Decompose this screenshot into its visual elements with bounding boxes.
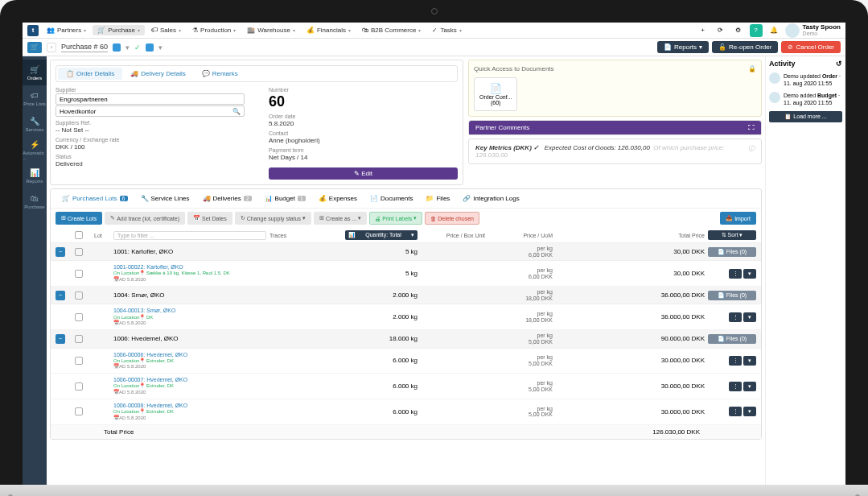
row-menu-icon[interactable]: ⋮: [729, 269, 742, 279]
partner-comments-card: Partner Comments ⛶: [468, 120, 762, 135]
history-icon[interactable]: ↺: [836, 60, 842, 68]
info-icon[interactable]: ⓘ: [748, 144, 755, 159]
nav-partners[interactable]: 👥Partners▾: [42, 25, 91, 35]
row-dropdown-icon[interactable]: ▾: [743, 312, 756, 322]
supplier-input[interactable]: Engrospartneren: [56, 93, 245, 105]
row-dropdown-icon[interactable]: ▾: [743, 407, 756, 416]
row-checkbox[interactable]: [75, 270, 83, 278]
row-dropdown-icon[interactable]: ▾: [743, 356, 756, 366]
lot-checkbox[interactable]: [75, 335, 83, 343]
lot-checkbox[interactable]: [75, 248, 83, 256]
change-status-button[interactable]: ↻ Change supply status ▾: [235, 212, 311, 225]
breadcrumb: 🛒 › Purchase # 60 ▾ ✓ ▾ 📄 Reports ▾ 🔓 Re…: [23, 39, 845, 56]
delete-chosen-button[interactable]: 🗑 Delete chosen: [425, 212, 479, 225]
lot-group-header: − 1006: Hvedemel, ØKO 18.000 kg per kg5,…: [51, 330, 761, 348]
reopen-button[interactable]: 🔓 Re-open Order: [712, 41, 778, 53]
nav-sales[interactable]: 🏷Sales▾: [146, 25, 186, 35]
activity-item: Demo updated Order · 11. aug 2020 11:55: [769, 72, 842, 87]
create-as-button[interactable]: ⊞ Create as ... ▾: [314, 212, 367, 225]
lot-row: 1006-00007: Hvedemel, ØKO On Location📍 E…: [51, 374, 761, 399]
lot-row: 1006-00008: Hvedemel, ØKO On Location📍 E…: [51, 399, 761, 425]
avatar: [785, 23, 800, 38]
collapse-icon[interactable]: −: [56, 334, 65, 344]
add-trace-button[interactable]: ✎ Add trace (lot, certificate): [105, 212, 185, 225]
subtab-budget[interactable]: 📊Budget1: [258, 192, 312, 205]
partner-comments-header[interactable]: Partner Comments ⛶: [469, 121, 761, 134]
supplier-loc-input[interactable]: Hovedkontor🔍: [56, 105, 245, 117]
row-checkbox[interactable]: [75, 382, 83, 391]
subtab-service-lines[interactable]: 🔧Service Lines: [134, 192, 196, 205]
back-icon[interactable]: ›: [47, 43, 56, 52]
row-menu-icon[interactable]: ⋮: [729, 356, 742, 366]
nav-warehouse[interactable]: 🏬Warehouse▾: [242, 25, 300, 35]
lock-icon: 🔒: [748, 65, 756, 72]
row-menu-icon[interactable]: ⋮: [729, 312, 742, 322]
row-dropdown-icon[interactable]: ▾: [743, 269, 756, 279]
check-icon: ✓: [134, 43, 141, 52]
subtab-integration-logs[interactable]: 🔗Integration Logs: [456, 192, 525, 205]
total-label: Total Price: [104, 428, 134, 436]
row-checkbox[interactable]: [75, 357, 83, 365]
avatar: [769, 72, 780, 84]
sort-button[interactable]: ⇅ Sort ▾: [708, 230, 756, 240]
subtab-files[interactable]: 📁Files: [419, 192, 456, 205]
subtab-deliveries[interactable]: 🚚Deliveries2: [196, 192, 258, 205]
subtab-expenses[interactable]: 💰Expenses: [312, 192, 364, 205]
tab-delivery-details[interactable]: 🚚Delivery Details: [122, 68, 194, 80]
nav-tasks[interactable]: ✓Tasks▾: [427, 25, 466, 35]
refresh-icon[interactable]: ⟳: [714, 24, 727, 37]
files-button[interactable]: 📄 Files (0): [708, 291, 756, 300]
print-labels-button[interactable]: 🖨 Print Labels ▾: [369, 212, 422, 225]
nav-purchase[interactable]: 🛒Purchase▾: [93, 25, 145, 35]
sidebar-price-lists[interactable]: 🏷Price Lists: [23, 85, 47, 111]
collapse-icon[interactable]: −: [56, 247, 65, 257]
create-lots-button[interactable]: ⊞ Create Lots: [56, 212, 102, 225]
load-more-button[interactable]: 📋 Load more ...: [769, 111, 842, 122]
edit-button[interactable]: ✎ Edit: [269, 167, 458, 180]
select-all-checkbox[interactable]: [75, 231, 83, 239]
subtab-documents[interactable]: 📄Documents: [364, 192, 419, 205]
tab-remarks[interactable]: 💬Remarks: [194, 68, 246, 80]
nav-financials[interactable]: 💰Financials▾: [302, 25, 356, 35]
nav-b2b-commerce[interactable]: 🛍B2B Commerce▾: [357, 25, 426, 35]
lot-filter-input[interactable]: Type to filter ...: [113, 231, 266, 240]
row-checkbox[interactable]: [75, 313, 83, 321]
sidebar-purchase[interactable]: 🛍Purchase: [23, 188, 47, 214]
plus-icon[interactable]: +: [697, 24, 710, 37]
sidebar-reports[interactable]: 📊Reports: [23, 163, 47, 188]
row-menu-icon[interactable]: ⋮: [729, 382, 742, 391]
cancel-button[interactable]: ⊘ Cancel Order: [781, 41, 841, 53]
row-menu-icon[interactable]: ⋮: [729, 407, 742, 416]
lot-row: 1006-00006: Hvedemel, ØKO On Location📍 E…: [51, 349, 761, 374]
qty-header-dropdown[interactable]: 📊 Quantity: Total ▾: [345, 230, 418, 240]
expand-icon[interactable]: ⛶: [748, 124, 755, 131]
user-menu[interactable]: Tasty Spoon Demo: [785, 23, 841, 38]
row-dropdown-icon[interactable]: ▾: [743, 382, 756, 391]
subtab-purchased-lots[interactable]: 🛒Purchased Lots6: [56, 192, 134, 205]
collapse-icon[interactable]: −: [56, 291, 65, 300]
set-dates-button[interactable]: 📅 Set Dates: [187, 212, 232, 225]
app-logo[interactable]: t: [27, 25, 39, 36]
order-details-card: 📋Order Details🚚Delivery Details💬Remarks …: [50, 60, 463, 185]
gear-icon[interactable]: ⚙: [732, 24, 745, 37]
help-icon[interactable]: ?: [750, 24, 763, 37]
sidebar-orders[interactable]: 🛒Orders: [23, 60, 47, 85]
lot-row: 1004-00013: Smør, ØKO On Location📍 DK 📅A…: [51, 304, 761, 330]
breadcrumb-text[interactable]: Purchase # 60: [61, 43, 108, 52]
nav-production[interactable]: ⚗Production▾: [187, 25, 241, 35]
document-tile[interactable]: 📄 Order Conf... (60): [474, 77, 517, 111]
bell-icon[interactable]: 🔔: [767, 24, 780, 37]
files-button[interactable]: 📄 Files (0): [708, 247, 756, 257]
status-pill: [113, 43, 121, 52]
lot-checkbox[interactable]: [75, 291, 83, 300]
sidebar-automatic----[interactable]: ⚡Automatic ...: [23, 137, 47, 163]
module-icon[interactable]: 🛒: [27, 42, 42, 53]
sidebar-services[interactable]: 🔧Services: [23, 111, 47, 137]
tab-order-details[interactable]: 📋Order Details: [58, 68, 122, 80]
avatar: [769, 92, 780, 103]
activity-item: Demo added Budget · 11. aug 2020 11:55: [769, 92, 842, 106]
files-button[interactable]: 📄 Files (0): [708, 334, 756, 344]
reports-button[interactable]: 📄 Reports ▾: [657, 41, 709, 53]
import-button[interactable]: 📥 Import: [720, 212, 756, 225]
row-checkbox[interactable]: [75, 407, 83, 415]
